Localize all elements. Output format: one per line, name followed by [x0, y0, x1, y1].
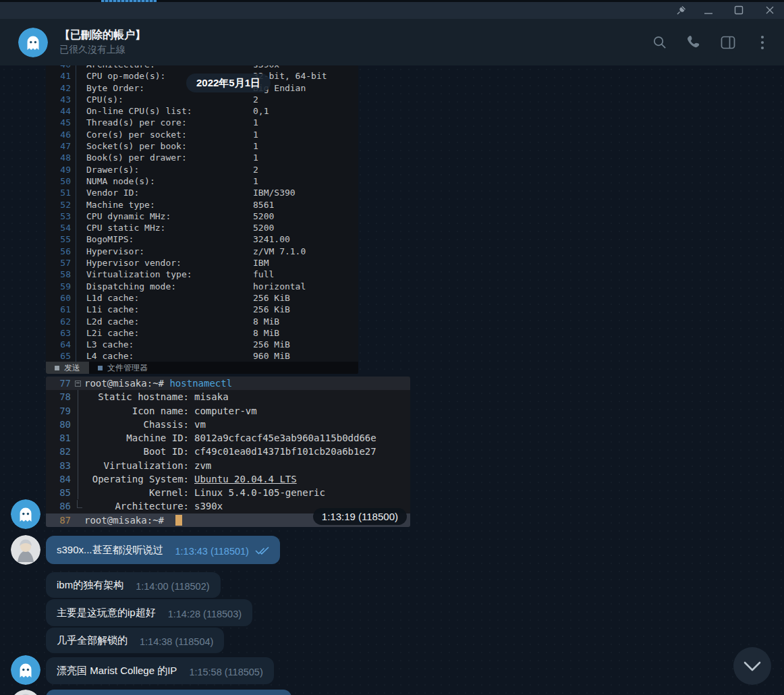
terminal-line: 77root@misaka:~# hostnamectl	[46, 377, 410, 390]
tab-square-icon	[98, 366, 103, 370]
avatar-user-photo[interactable]	[11, 535, 40, 565]
terminal-tab-bar: 发送 文件管理器	[46, 362, 358, 374]
terminal-line: 78Static hostname:misaka	[46, 390, 410, 404]
terminal-line: 53CPU dynamic MHz:5200	[46, 211, 358, 222]
message-time: 1:14:38 (118504)	[140, 636, 213, 647]
terminal-line: 49Drawer(s):2	[46, 164, 358, 175]
terminal-line: 44On-line CPU(s) list:0,1	[46, 105, 358, 117]
avatar-ghost[interactable]	[11, 499, 40, 529]
chat-header[interactable]: 【已刪除的帳户】 已很久沒有上線	[0, 19, 784, 65]
terminal-line: 80Chassis:vm	[46, 418, 410, 431]
message-time: 1:13:43 (118501)	[175, 546, 249, 557]
terminal-line: 58Virtualization type:full	[46, 269, 358, 280]
terminal-line: 85Kernel:Linux 5.4.0-105-generic	[46, 486, 410, 499]
message-bubble[interactable]: s390x...甚至都没听说过1:13:43 (118501)	[46, 536, 280, 564]
terminal-screenshot-lscpu[interactable]: 40Architecture:s390x41CPU op-mode(s):32-…	[46, 65, 358, 374]
terminal-line: 83Virtualization:zvm	[46, 459, 410, 472]
message-bubble[interactable]: 主要是这玩意的ip超好1:14:28 (118503)	[46, 599, 252, 626]
terminal-line: 43CPU(s):2	[46, 94, 358, 105]
window-titlebar	[0, 0, 784, 19]
message-bubble[interactable]: ibm的独有架构1:14:00 (118502)	[46, 572, 221, 598]
message-time-badge: 1:13:19 (118500)	[313, 508, 407, 525]
terminal-line: 46Core(s) per socket:1	[46, 129, 358, 140]
message-text: 漂亮国 Marist College 的IP	[57, 665, 177, 677]
date-badge[interactable]: 2022年5月1日	[186, 74, 271, 92]
terminal-line: 52Machine type:8561	[46, 199, 358, 211]
terminal-line: 47Socket(s) per book:1	[46, 140, 358, 152]
terminal-line: 79Icon name:computer-vm	[46, 404, 410, 418]
terminal-line: 45Thread(s) per core:1	[46, 117, 358, 128]
chat-title: 【已刪除的帳户】	[59, 28, 146, 41]
terminal-line: 61L1i cache:256 KiB	[46, 304, 358, 315]
search-icon[interactable]	[651, 34, 667, 51]
screen-top-strip	[0, 0, 784, 2]
terminal-line: 48Book(s) per drawer:1	[46, 152, 358, 163]
message-text: ibm的独有架构	[57, 579, 123, 592]
message-time: 1:14:28 (118503)	[168, 609, 242, 619]
terminal-line: 65L4 cache:960 MiB	[46, 350, 358, 362]
tab-square-icon	[55, 366, 59, 370]
terminal-cursor	[175, 515, 182, 526]
tab-file-manager[interactable]: 文件管理器	[89, 362, 157, 374]
kebab-menu-icon[interactable]	[754, 34, 771, 51]
terminal-line: 59Dispatching mode:horizontal	[46, 281, 358, 292]
terminal-line: 51Vendor ID:IBM/S390	[46, 187, 358, 198]
terminal-line: 55BogoMIPS:3241.00	[46, 233, 358, 245]
gutter-separator	[76, 65, 76, 362]
terminal-line: 62L2d cache:8 MiB	[46, 316, 358, 327]
terminal-screenshot-hostnamectl[interactable]: 77root@misaka:~# hostnamectl78Static hos…	[46, 377, 410, 527]
message-list: 40Architecture:s390x41CPU op-mode(s):32-…	[0, 65, 784, 695]
message-bubble[interactable]: 几乎全部解锁的1:14:38 (118504)	[46, 628, 224, 653]
message-text: 主要是这玩意的ip超好	[57, 607, 156, 619]
chat-avatar-ghost[interactable]	[18, 28, 48, 57]
message-bubble[interactable]	[46, 690, 291, 695]
minimize-icon[interactable]	[702, 3, 715, 17]
terminal-line: 57Hypervisor vendor:IBM	[46, 257, 358, 269]
avatar-ghost[interactable]	[11, 655, 40, 685]
terminal-line: 81Machine ID:8012a9cfcacf45e3ab960a115b0…	[46, 431, 410, 445]
tab-send[interactable]: 发送	[46, 362, 89, 374]
read-checks-icon	[255, 547, 269, 555]
avatar-user-photo-partial[interactable]	[11, 690, 40, 695]
chevron-down-icon	[743, 661, 762, 672]
sidebar-toggle-icon[interactable]	[720, 34, 736, 51]
tab-label: 文件管理器	[107, 362, 148, 374]
scroll-to-bottom-button[interactable]	[733, 647, 771, 685]
terminal-line: 56Hypervisor:z/VM 7.1.0	[46, 246, 358, 257]
terminal-line: 63L2i cache:8 MiB	[46, 327, 358, 339]
message-text: 几乎全部解锁的	[57, 634, 128, 647]
message-text: s390x...甚至都没听说过	[57, 544, 163, 557]
message-time: 1:14:00 (118502)	[136, 581, 209, 592]
pin-icon[interactable]	[675, 3, 688, 17]
terminal-line: 60L1d cache:256 KiB	[46, 292, 358, 304]
phone-icon[interactable]	[685, 34, 702, 51]
terminal-line: 50NUMA node(s):1	[46, 175, 358, 187]
message-time: 1:15:58 (118505)	[189, 667, 262, 677]
terminal-line: 40Architecture:s390x	[46, 65, 358, 70]
terminal-line: 64L3 cache:256 MiB	[46, 339, 358, 350]
close-icon[interactable]	[763, 3, 777, 17]
maximize-icon[interactable]	[732, 3, 746, 17]
message-bubble[interactable]: 漂亮国 Marist College 的IP1:15:58 (118505)	[46, 657, 274, 684]
terminal-line: 82Boot ID:cf49c01ea0d14371bf101cb20a6b1e…	[46, 445, 410, 458]
tab-label: 发送	[64, 362, 80, 374]
top-strip-blue-segment	[101, 0, 157, 2]
terminal-line: 84Operating System:Ubuntu 20.04.4 LTS	[46, 472, 410, 486]
terminal-line: 54CPU static MHz:5200	[46, 222, 358, 233]
chat-last-seen: 已很久沒有上線	[59, 44, 146, 56]
